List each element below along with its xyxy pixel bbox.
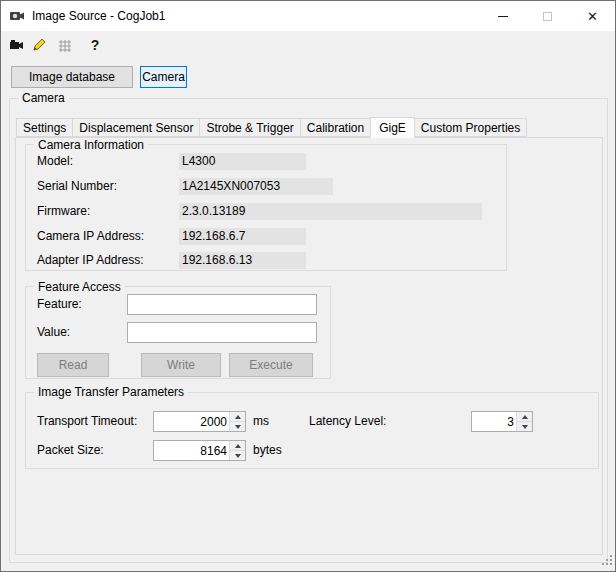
resize-grip-icon — [600, 553, 613, 566]
packet-size-unit: bytes — [253, 440, 282, 461]
camera-information-label: Camera Information — [34, 138, 148, 152]
tab-strip: Settings Displacement Sensor Strobe & Tr… — [16, 117, 526, 137]
app-icon — [9, 8, 25, 24]
feature-access-label: Feature Access — [34, 280, 125, 294]
execute-button[interactable]: Execute — [229, 353, 313, 377]
latency-level-arrows — [516, 412, 532, 431]
firmware-value: 2.3.0.13189 — [179, 203, 482, 220]
toolbar-grid-button — [55, 35, 75, 55]
serial-number-value: 1A2145XN007053 — [179, 178, 333, 195]
firmware-label: Firmware: — [37, 203, 90, 220]
transport-timeout-down-button[interactable] — [230, 421, 245, 431]
close-button[interactable]: ✕ — [570, 1, 615, 31]
arrow-up-icon — [522, 415, 528, 419]
packet-size-down-button[interactable] — [230, 450, 245, 460]
tab-gige[interactable]: GigE — [370, 117, 415, 138]
transport-timeout-up-button[interactable] — [230, 412, 245, 421]
feature-label: Feature: — [37, 294, 82, 315]
packet-size-input[interactable] — [154, 441, 229, 460]
tab-settings[interactable]: Settings — [16, 118, 73, 137]
model-value: L4300 — [179, 153, 306, 170]
camera-button[interactable]: Camera — [140, 66, 187, 88]
packet-size-label: Packet Size: — [37, 440, 104, 461]
minimize-button[interactable] — [480, 1, 525, 31]
latency-level-up-button[interactable] — [517, 412, 532, 421]
tab-strobe-trigger[interactable]: Strobe & Trigger — [199, 118, 300, 137]
toolbar: ? — [1, 32, 615, 58]
toolbar-edit-button[interactable] — [29, 35, 49, 55]
transport-timeout-arrows — [229, 412, 245, 431]
image-source-window: Image Source - CogJob1 ✕ — [0, 0, 616, 572]
maximize-icon — [543, 12, 552, 21]
latency-level-label: Latency Level: — [309, 411, 386, 432]
arrow-down-icon — [235, 454, 241, 458]
tab-calibration[interactable]: Calibration — [300, 118, 371, 137]
resize-grip[interactable] — [600, 553, 613, 569]
toolbar-help-button[interactable]: ? — [85, 35, 105, 55]
tab-custom-properties[interactable]: Custom Properties — [414, 118, 527, 137]
latency-level-down-button[interactable] — [517, 421, 532, 431]
window-title: Image Source - CogJob1 — [32, 9, 165, 23]
camera-icon — [9, 37, 25, 53]
image-database-button[interactable]: Image database — [11, 66, 133, 88]
packet-size-arrows — [229, 441, 245, 460]
value-input[interactable] — [127, 322, 317, 343]
adapter-ip-value: 192.168.6.13 — [179, 252, 306, 269]
latency-level-spinner — [471, 411, 533, 432]
maximize-button — [525, 1, 570, 31]
close-icon: ✕ — [587, 10, 598, 23]
transport-timeout-unit: ms — [253, 411, 269, 432]
adapter-ip-label: Adapter IP Address: — [37, 252, 144, 269]
transport-timeout-input[interactable] — [154, 412, 229, 431]
transport-timeout-spinner — [153, 411, 246, 432]
camera-ip-value: 192.168.6.7 — [179, 228, 306, 245]
camera-app-icon — [9, 8, 25, 24]
feature-input[interactable] — [127, 294, 317, 315]
edit-pencil-icon — [31, 37, 47, 53]
write-button[interactable]: Write — [141, 353, 221, 377]
calibration-grid-icon — [57, 37, 73, 53]
latency-level-input[interactable] — [472, 412, 516, 431]
minimize-icon — [498, 16, 508, 17]
arrow-down-icon — [522, 425, 528, 429]
camera-groupbox-label: Camera — [18, 91, 69, 105]
arrow-up-icon — [235, 444, 241, 448]
titlebar: Image Source - CogJob1 ✕ — [1, 1, 615, 31]
camera-ip-label: Camera IP Address: — [37, 228, 144, 245]
toolbar-camera-button[interactable] — [7, 35, 27, 55]
model-label: Model: — [37, 153, 73, 170]
tab-displacement-sensor[interactable]: Displacement Sensor — [72, 118, 200, 137]
transport-timeout-label: Transport Timeout: — [37, 411, 137, 432]
read-button[interactable]: Read — [37, 353, 109, 377]
help-icon: ? — [91, 37, 100, 53]
value-label: Value: — [37, 322, 70, 343]
image-transfer-label: Image Transfer Parameters — [34, 385, 188, 399]
packet-size-up-button[interactable] — [230, 441, 245, 450]
serial-number-label: Serial Number: — [37, 178, 117, 195]
arrow-up-icon — [235, 415, 241, 419]
arrow-down-icon — [235, 425, 241, 429]
packet-size-spinner — [153, 440, 246, 461]
window-controls: ✕ — [480, 1, 615, 31]
